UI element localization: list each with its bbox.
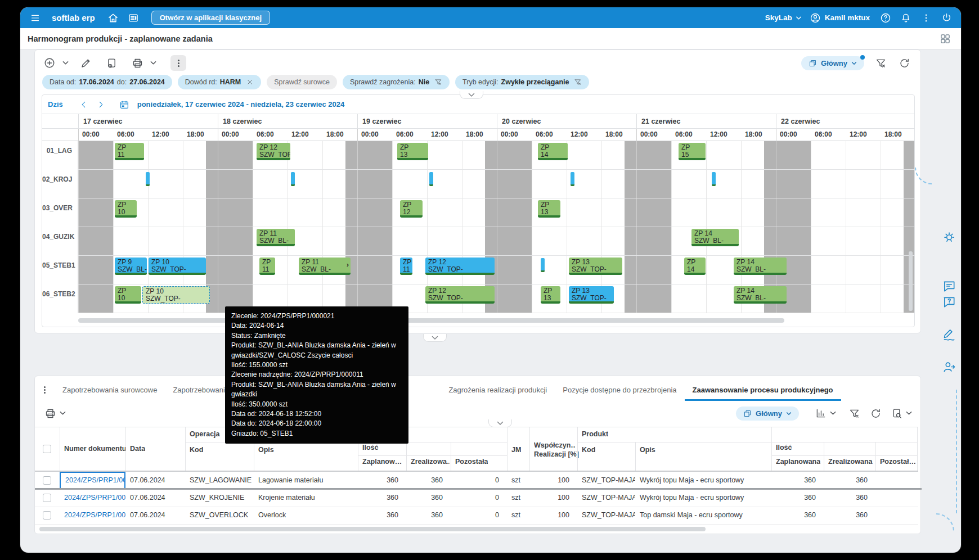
filter-chip-4[interactable]: Tryb edycji: Zwykłe przeciąganie [455,75,589,89]
gantt-more-actions-button[interactable] [170,55,186,71]
gantt-task-bar[interactable]: ZP15 [679,143,706,160]
next-week-icon[interactable] [95,98,107,111]
gantt-task-bar[interactable]: ZP13 [538,200,560,218]
tabs-more-icon[interactable] [44,385,46,397]
print-dropdown-icon[interactable] [150,60,157,66]
gantt-task-bar[interactable]: ZP 14SZW_BL- [734,258,787,275]
notifications-bell-icon[interactable] [900,12,911,24]
gantt-row-label[interactable]: 01_LAG [42,141,78,170]
filter-chip-0[interactable]: Data od: 17.06.2024 do: 27.06.2024 [42,75,172,89]
gantt-row-label[interactable]: 02_KROJ [42,170,78,198]
gantt-row-label[interactable]: 06_STEB2 [42,284,78,313]
filter-chip-3[interactable]: Sprawdź zagrożenia: Nie [343,75,450,89]
workspace-switcher[interactable]: SkyLab [765,13,802,22]
gantt-task-bar[interactable]: ZP 11SZW_BL-› [299,258,351,275]
filter-chip-2[interactable]: Sprawdź surowce [267,75,337,89]
today-button[interactable]: Dziś [48,100,63,109]
add-task-dropdown-icon[interactable] [62,60,69,66]
gantt-task-bar[interactable]: ZP 10SZW_TOP- [142,286,210,304]
cell-numer[interactable]: 2024/ZPS/PRP1/000 [60,489,125,507]
edit-pencil-icon[interactable] [78,56,93,70]
gantt-task-bar[interactable]: ZP 10SZW_TOP- [149,258,206,275]
table-row[interactable]: 2024/ZPS/PRP1/00007.06.2024SZW_KROJENIEK… [35,489,918,507]
hamburger-menu-icon[interactable] [29,12,41,24]
chip-close-icon[interactable] [246,78,254,86]
view-selector-pill[interactable]: Główny [801,56,864,70]
chip-filter-icon[interactable] [574,78,582,86]
row-checkbox[interactable] [43,494,51,502]
gantt-vertical-scrollbar[interactable] [909,251,913,311]
document-info-icon[interactable] [104,56,119,70]
row-checkbox[interactable] [43,476,51,485]
gantt-task-marker[interactable] [291,172,295,186]
chat-feedback-icon[interactable] [942,279,956,293]
gantt-task-marker[interactable] [146,172,150,186]
news-icon[interactable] [128,12,139,24]
gantt-task-marker[interactable] [541,258,545,272]
preview-document-icon[interactable] [890,406,904,421]
gantt-task-bar[interactable]: ZP 9SZW_BL- [115,258,147,275]
dashboard-grid-icon[interactable] [940,33,951,44]
gantt-task-bar[interactable]: ZP13 [397,143,428,160]
gantt-horizontal-scrollbar[interactable] [78,318,784,323]
gantt-task-bar[interactable]: ZP 12SZW_TOP- [425,286,495,304]
table-print-dropdown-icon[interactable] [60,410,66,417]
date-range-label[interactable]: poniedziałek, 17 czerwiec 2024 - niedzie… [137,100,345,109]
gantt-task-bar[interactable]: ZP10 [115,200,137,218]
prev-week-icon[interactable] [78,98,90,111]
row-checkbox[interactable] [43,511,51,520]
user-menu[interactable]: Kamil mktux [810,12,870,24]
user-switch-icon[interactable] [942,360,956,374]
table-collapse-handle[interactable] [488,419,512,427]
table-row[interactable]: 2024/ZPS/PRP1/00007.06.2024SZW_OVERLOCKO… [35,507,918,525]
filter-clear-icon[interactable] [873,56,888,70]
select-all-checkbox[interactable] [43,445,51,453]
table-filter-clear-icon[interactable] [847,406,861,421]
open-classic-app-button[interactable]: Otwórz w aplikacji klasycznej [151,11,270,25]
gantt-task-bar[interactable]: ZP 12SZW_TOP- [425,258,495,275]
tab-3[interactable]: Pozycje dostępne do przezbrojenia [555,381,684,401]
gantt-task-bar[interactable]: ZP 13SZW_TOP- [569,258,622,275]
chart-view-icon[interactable] [814,406,828,421]
gantt-task-marker[interactable] [712,172,716,186]
cell-numer[interactable]: 2024/ZPS/PRP1/000 [60,507,125,524]
tab-0[interactable]: Zapotrzebowania surowcowe [55,381,165,401]
preview-dropdown-icon[interactable] [906,410,913,417]
gantt-task-bar[interactable]: ZP11 [400,258,412,275]
table-view-selector-pill[interactable]: Główny [736,407,799,421]
gantt-task-marker[interactable] [571,172,574,186]
chip-filter-icon[interactable] [434,78,442,86]
gantt-task-bar[interactable]: ZP 14SZW_BL- [734,286,787,304]
gantt-task-bar[interactable]: ZP12 [400,200,423,218]
gantt-task-bar[interactable]: ZP13 [541,286,560,304]
gantt-task-bar[interactable]: ZP14 [538,143,568,160]
print-icon[interactable] [130,56,145,70]
assistant-insight-icon[interactable] [942,229,956,244]
more-options-icon[interactable] [920,12,932,24]
help-icon[interactable] [880,12,891,24]
table-row[interactable]: 2024/ZPS/PRP1/0007.06.2024SZW_LAGOWANIEL… [35,472,918,490]
home-icon[interactable] [107,12,119,24]
table-print-icon[interactable] [43,406,57,421]
panel-collapse-handle[interactable] [423,334,447,342]
gantt-collapse-handle[interactable] [460,91,483,99]
cell-numer[interactable]: 2024/ZPS/PRP1/00 [60,472,125,489]
gantt-task-marker[interactable] [429,172,433,186]
filter-chip-1[interactable]: Dowód rd: HARM [178,75,261,89]
gantt-row-label[interactable]: 03_OVER [42,198,78,227]
gantt-task-bar[interactable]: ZP14 [684,258,706,275]
signature-icon[interactable] [942,327,956,342]
gantt-task-bar[interactable]: ZP 12SZW_TOP [257,143,290,160]
gantt-task-bar[interactable]: ZP11 [115,143,144,160]
chat-question-icon[interactable] [942,295,956,309]
gantt-task-bar[interactable]: ZP11 [259,258,275,275]
gantt-task-bar[interactable]: ZP10 [115,286,141,304]
gantt-task-bar[interactable]: ZP 11SZW_BL- [257,229,295,246]
gantt-row-label[interactable]: 05_STEB1 [42,256,78,284]
table-horizontal-scrollbar[interactable] [39,527,706,531]
add-task-button[interactable] [42,56,57,70]
tab-2[interactable]: Zagrożenia realizacji produkcji [441,381,555,401]
gantt-task-bar[interactable]: ZP 14SZW_BL- [691,229,739,246]
gantt-task-bar[interactable]: ZP 13SZW_TOP- [569,286,614,304]
tab-4[interactable]: Zaawansowanie procesu produkcyjnego [685,381,841,401]
